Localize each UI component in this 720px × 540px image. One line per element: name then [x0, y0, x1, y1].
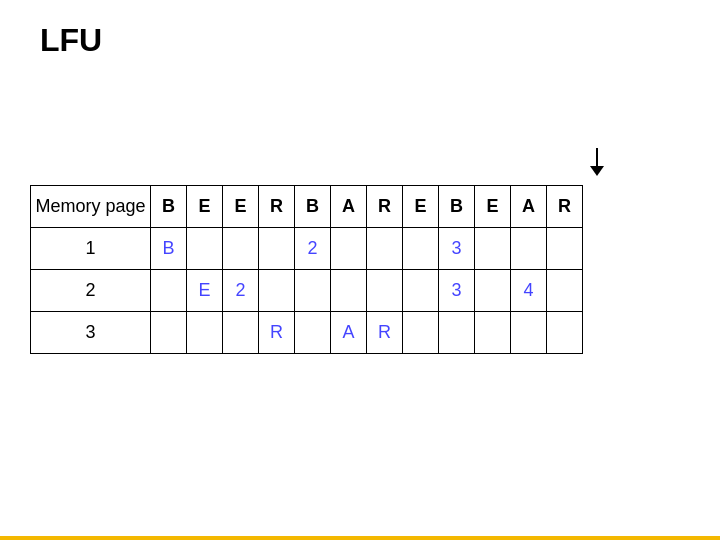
row-1-col-2	[223, 228, 259, 270]
row-3-col-9	[475, 312, 511, 354]
table-container: Memory page B E E R B A R E B E A R 1 B …	[30, 185, 583, 354]
row-1-col-3	[259, 228, 295, 270]
row-1-col-10	[511, 228, 547, 270]
row-2-col-1: E	[187, 270, 223, 312]
arrow-indicator	[590, 148, 604, 176]
row-2-col-0	[151, 270, 187, 312]
col-header-1: E	[187, 186, 223, 228]
title: LFU	[40, 22, 102, 59]
row-3-col-3: R	[259, 312, 295, 354]
col-header-7: E	[403, 186, 439, 228]
col-header-4: B	[295, 186, 331, 228]
col-header-2: E	[223, 186, 259, 228]
row-1-col-11	[547, 228, 583, 270]
col-header-8: B	[439, 186, 475, 228]
row-2-col-10: 4	[511, 270, 547, 312]
header-label: Memory page	[31, 186, 151, 228]
row-1-col-9	[475, 228, 511, 270]
table-row-1: 1 B 2 3	[31, 228, 583, 270]
row-1-col-7	[403, 228, 439, 270]
row-2-col-3	[259, 270, 295, 312]
row-1-col-5	[331, 228, 367, 270]
row-2-col-9	[475, 270, 511, 312]
row-1-label: 1	[31, 228, 151, 270]
row-2-col-5	[331, 270, 367, 312]
row-1-col-6	[367, 228, 403, 270]
col-header-10: A	[511, 186, 547, 228]
row-2-col-8: 3	[439, 270, 475, 312]
table-row-3: 3 R A R	[31, 312, 583, 354]
col-header-3: R	[259, 186, 295, 228]
row-3-col-7	[403, 312, 439, 354]
row-2-col-6	[367, 270, 403, 312]
table-header-row: Memory page B E E R B A R E B E A R	[31, 186, 583, 228]
row-3-col-10	[511, 312, 547, 354]
col-header-9: E	[475, 186, 511, 228]
row-3-col-2	[223, 312, 259, 354]
row-3-col-0	[151, 312, 187, 354]
row-2-col-11	[547, 270, 583, 312]
row-3-col-8	[439, 312, 475, 354]
col-header-11: R	[547, 186, 583, 228]
row-3-col-5: A	[331, 312, 367, 354]
row-1-col-1	[187, 228, 223, 270]
row-1-col-4: 2	[295, 228, 331, 270]
col-header-0: B	[151, 186, 187, 228]
row-1-col-8: 3	[439, 228, 475, 270]
row-1-col-0: B	[151, 228, 187, 270]
row-2-col-7	[403, 270, 439, 312]
row-3-col-6: R	[367, 312, 403, 354]
table-row-2: 2 E 2 3 4	[31, 270, 583, 312]
col-header-6: R	[367, 186, 403, 228]
row-3-col-11	[547, 312, 583, 354]
col-header-5: A	[331, 186, 367, 228]
row-2-col-4	[295, 270, 331, 312]
row-2-col-2: 2	[223, 270, 259, 312]
row-3-label: 3	[31, 312, 151, 354]
row-2-label: 2	[31, 270, 151, 312]
bottom-border	[0, 536, 720, 540]
row-3-col-1	[187, 312, 223, 354]
row-3-col-4	[295, 312, 331, 354]
